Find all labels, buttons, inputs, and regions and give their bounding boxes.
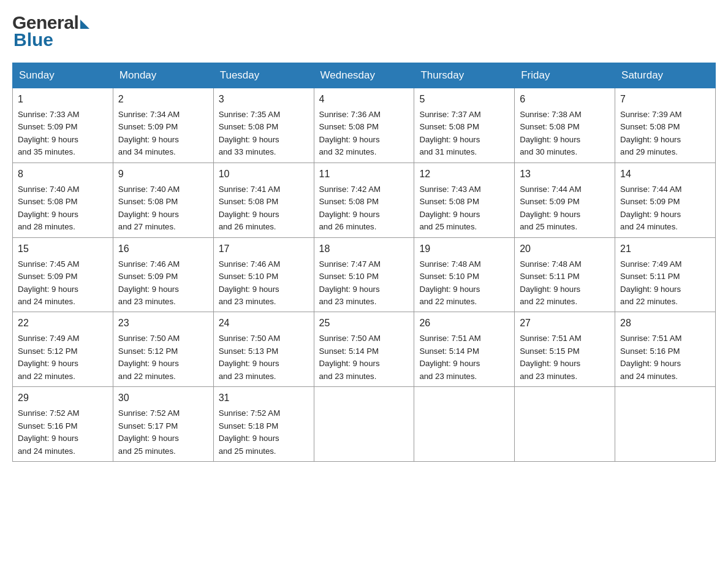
day-info: Sunrise: 7:42 AMSunset: 5:08 PMDaylight:… bbox=[319, 185, 381, 231]
day-number: 27 bbox=[520, 316, 610, 331]
day-info: Sunrise: 7:44 AMSunset: 5:09 PMDaylight:… bbox=[620, 185, 681, 231]
day-info: Sunrise: 7:38 AMSunset: 5:08 PMDaylight:… bbox=[520, 110, 581, 156]
calendar-cell: 16Sunrise: 7:46 AMSunset: 5:09 PMDayligh… bbox=[113, 237, 213, 312]
day-number: 7 bbox=[620, 92, 710, 107]
day-info: Sunrise: 7:34 AMSunset: 5:09 PMDaylight:… bbox=[118, 110, 180, 156]
calendar-cell: 22Sunrise: 7:49 AMSunset: 5:12 PMDayligh… bbox=[13, 312, 113, 387]
day-number: 28 bbox=[620, 316, 710, 331]
logo-triangle-icon bbox=[80, 20, 89, 29]
day-number: 15 bbox=[18, 242, 108, 256]
day-number: 19 bbox=[419, 242, 509, 256]
day-info: Sunrise: 7:48 AMSunset: 5:10 PMDaylight:… bbox=[419, 259, 480, 306]
day-number: 8 bbox=[18, 167, 108, 182]
day-number: 10 bbox=[219, 167, 309, 182]
day-info: Sunrise: 7:43 AMSunset: 5:08 PMDaylight:… bbox=[419, 185, 480, 231]
calendar-cell: 31Sunrise: 7:52 AMSunset: 5:18 PMDayligh… bbox=[213, 387, 314, 462]
calendar-cell: 4Sunrise: 7:36 AMSunset: 5:08 PMDaylight… bbox=[314, 88, 414, 163]
calendar-table: SundayMondayTuesdayWednesdayThursdayFrid… bbox=[12, 63, 716, 462]
day-number: 30 bbox=[118, 391, 208, 405]
day-info: Sunrise: 7:41 AMSunset: 5:08 PMDaylight:… bbox=[219, 185, 280, 231]
day-info: Sunrise: 7:49 AMSunset: 5:12 PMDaylight:… bbox=[18, 334, 79, 380]
calendar-cell: 30Sunrise: 7:52 AMSunset: 5:17 PMDayligh… bbox=[113, 387, 213, 462]
week-row-5: 29Sunrise: 7:52 AMSunset: 5:16 PMDayligh… bbox=[13, 387, 716, 462]
day-number: 3 bbox=[219, 92, 309, 107]
week-row-4: 22Sunrise: 7:49 AMSunset: 5:12 PMDayligh… bbox=[13, 312, 716, 387]
week-row-3: 15Sunrise: 7:45 AMSunset: 5:09 PMDayligh… bbox=[13, 237, 716, 312]
day-info: Sunrise: 7:45 AMSunset: 5:09 PMDaylight:… bbox=[18, 259, 79, 306]
calendar-cell: 6Sunrise: 7:38 AMSunset: 5:08 PMDaylight… bbox=[515, 88, 615, 163]
day-info: Sunrise: 7:52 AMSunset: 5:18 PMDaylight:… bbox=[219, 408, 280, 455]
calendar-cell: 14Sunrise: 7:44 AMSunset: 5:09 PMDayligh… bbox=[615, 163, 716, 237]
day-info: Sunrise: 7:37 AMSunset: 5:08 PMDaylight:… bbox=[419, 110, 480, 156]
calendar-cell: 29Sunrise: 7:52 AMSunset: 5:16 PMDayligh… bbox=[13, 387, 113, 462]
calendar-cell: 26Sunrise: 7:51 AMSunset: 5:14 PMDayligh… bbox=[414, 312, 515, 387]
weekday-header-sunday: Sunday bbox=[13, 63, 113, 88]
day-number: 4 bbox=[319, 92, 409, 107]
day-info: Sunrise: 7:49 AMSunset: 5:11 PMDaylight:… bbox=[620, 259, 681, 306]
day-info: Sunrise: 7:36 AMSunset: 5:08 PMDaylight:… bbox=[319, 110, 381, 156]
calendar-cell: 28Sunrise: 7:51 AMSunset: 5:16 PMDayligh… bbox=[615, 312, 716, 387]
calendar-cell: 1Sunrise: 7:33 AMSunset: 5:09 PMDaylight… bbox=[13, 88, 113, 163]
calendar-cell: 15Sunrise: 7:45 AMSunset: 5:09 PMDayligh… bbox=[13, 237, 113, 312]
calendar-cell bbox=[314, 387, 414, 462]
calendar-cell: 10Sunrise: 7:41 AMSunset: 5:08 PMDayligh… bbox=[213, 163, 314, 237]
day-number: 16 bbox=[118, 242, 208, 256]
calendar-cell: 12Sunrise: 7:43 AMSunset: 5:08 PMDayligh… bbox=[414, 163, 515, 237]
day-number: 31 bbox=[219, 391, 309, 405]
calendar-cell: 21Sunrise: 7:49 AMSunset: 5:11 PMDayligh… bbox=[615, 237, 716, 312]
day-number: 22 bbox=[18, 316, 108, 331]
calendar-cell: 3Sunrise: 7:35 AMSunset: 5:08 PMDaylight… bbox=[213, 88, 314, 163]
weekday-header-row: SundayMondayTuesdayWednesdayThursdayFrid… bbox=[13, 63, 716, 88]
calendar-cell: 13Sunrise: 7:44 AMSunset: 5:09 PMDayligh… bbox=[515, 163, 615, 237]
calendar-cell: 7Sunrise: 7:39 AMSunset: 5:08 PMDaylight… bbox=[615, 88, 716, 163]
day-info: Sunrise: 7:35 AMSunset: 5:08 PMDaylight:… bbox=[219, 110, 280, 156]
day-info: Sunrise: 7:46 AMSunset: 5:09 PMDaylight:… bbox=[118, 259, 180, 306]
day-info: Sunrise: 7:33 AMSunset: 5:09 PMDaylight:… bbox=[18, 110, 79, 156]
day-info: Sunrise: 7:51 AMSunset: 5:16 PMDaylight:… bbox=[620, 334, 681, 380]
week-row-2: 8Sunrise: 7:40 AMSunset: 5:08 PMDaylight… bbox=[13, 163, 716, 237]
week-row-1: 1Sunrise: 7:33 AMSunset: 5:09 PMDaylight… bbox=[13, 88, 716, 163]
day-number: 1 bbox=[18, 92, 108, 107]
calendar-cell: 27Sunrise: 7:51 AMSunset: 5:15 PMDayligh… bbox=[515, 312, 615, 387]
day-number: 23 bbox=[118, 316, 208, 331]
calendar-cell: 24Sunrise: 7:50 AMSunset: 5:13 PMDayligh… bbox=[213, 312, 314, 387]
calendar-cell: 2Sunrise: 7:34 AMSunset: 5:09 PMDaylight… bbox=[113, 88, 213, 163]
calendar-cell bbox=[414, 387, 515, 462]
weekday-header-monday: Monday bbox=[113, 63, 213, 88]
calendar-cell: 25Sunrise: 7:50 AMSunset: 5:14 PMDayligh… bbox=[314, 312, 414, 387]
day-number: 12 bbox=[419, 167, 509, 182]
day-number: 6 bbox=[520, 92, 610, 107]
calendar-cell: 11Sunrise: 7:42 AMSunset: 5:08 PMDayligh… bbox=[314, 163, 414, 237]
day-info: Sunrise: 7:47 AMSunset: 5:10 PMDaylight:… bbox=[319, 259, 381, 306]
calendar-cell: 19Sunrise: 7:48 AMSunset: 5:10 PMDayligh… bbox=[414, 237, 515, 312]
day-number: 25 bbox=[319, 316, 409, 331]
day-info: Sunrise: 7:44 AMSunset: 5:09 PMDaylight:… bbox=[520, 185, 581, 231]
day-info: Sunrise: 7:48 AMSunset: 5:11 PMDaylight:… bbox=[520, 259, 581, 306]
calendar-cell: 20Sunrise: 7:48 AMSunset: 5:11 PMDayligh… bbox=[515, 237, 615, 312]
day-number: 9 bbox=[118, 167, 208, 182]
day-info: Sunrise: 7:51 AMSunset: 5:14 PMDaylight:… bbox=[419, 334, 480, 380]
calendar-cell bbox=[515, 387, 615, 462]
day-info: Sunrise: 7:40 AMSunset: 5:08 PMDaylight:… bbox=[18, 185, 79, 231]
day-info: Sunrise: 7:51 AMSunset: 5:15 PMDaylight:… bbox=[520, 334, 581, 380]
calendar-cell: 23Sunrise: 7:50 AMSunset: 5:12 PMDayligh… bbox=[113, 312, 213, 387]
day-number: 21 bbox=[620, 242, 710, 256]
calendar-cell bbox=[615, 387, 716, 462]
day-info: Sunrise: 7:46 AMSunset: 5:10 PMDaylight:… bbox=[219, 259, 280, 306]
day-info: Sunrise: 7:50 AMSunset: 5:14 PMDaylight:… bbox=[319, 334, 381, 380]
calendar-cell: 5Sunrise: 7:37 AMSunset: 5:08 PMDaylight… bbox=[414, 88, 515, 163]
weekday-header-saturday: Saturday bbox=[615, 63, 716, 88]
day-number: 20 bbox=[520, 242, 610, 256]
day-number: 26 bbox=[419, 316, 509, 331]
calendar-cell: 9Sunrise: 7:40 AMSunset: 5:08 PMDaylight… bbox=[113, 163, 213, 237]
day-number: 17 bbox=[219, 242, 309, 256]
calendar-cell: 18Sunrise: 7:47 AMSunset: 5:10 PMDayligh… bbox=[314, 237, 414, 312]
calendar-cell: 17Sunrise: 7:46 AMSunset: 5:10 PMDayligh… bbox=[213, 237, 314, 312]
weekday-header-thursday: Thursday bbox=[414, 63, 515, 88]
day-number: 29 bbox=[18, 391, 108, 405]
day-number: 11 bbox=[319, 167, 409, 182]
weekday-header-tuesday: Tuesday bbox=[213, 63, 314, 88]
day-info: Sunrise: 7:50 AMSunset: 5:13 PMDaylight:… bbox=[219, 334, 280, 380]
logo: General Blue bbox=[12, 12, 89, 50]
day-info: Sunrise: 7:40 AMSunset: 5:08 PMDaylight:… bbox=[118, 185, 180, 231]
